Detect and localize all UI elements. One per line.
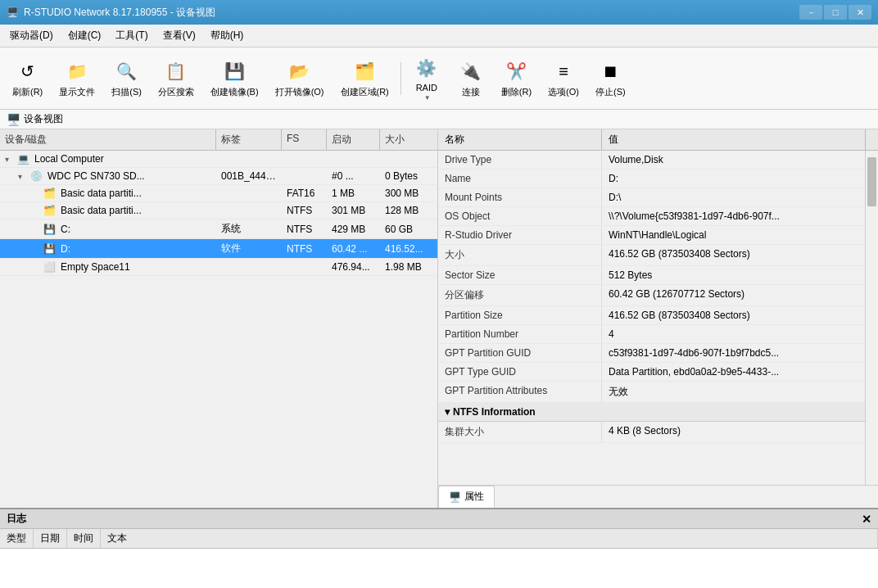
maximize-button[interactable]: □ xyxy=(824,5,847,20)
th-start: 启动 xyxy=(327,129,380,150)
section-expand-icon[interactable]: ▾ xyxy=(445,406,450,418)
log-area: 日志 ✕ 类型日期时间文本 xyxy=(0,508,878,588)
prop-row: Partition Size416.52 GB (873503408 Secto… xyxy=(438,306,865,325)
toolbar-btn-delete[interactable]: ✂️删除(R) xyxy=(494,54,539,102)
toolbar: ↺刷新(R)📁显示文件🔍扫描(S)📋分区搜索💾创建镜像(B)📂打开镜像(O)🗂️… xyxy=(0,47,878,110)
create-region-label: 创建区域(R) xyxy=(341,86,389,98)
tree-row-drive-d[interactable]: 💾D:软件NTFS60.42 ...416.52... xyxy=(0,239,437,259)
prop-value: Data Partition, ebd0a0a2-b9e5-4433-... xyxy=(602,363,865,381)
toolbar-btn-refresh[interactable]: ↺刷新(R) xyxy=(5,54,50,102)
toolbar-btn-create-image[interactable]: 💾创建镜像(B) xyxy=(203,54,266,102)
show-files-label: 显示文件 xyxy=(59,86,95,98)
cell-fs-part2: NTFS xyxy=(282,202,327,219)
cell-size-drive-d: 416.52... xyxy=(380,241,437,257)
tab-properties[interactable]: 🖥️ 属性 xyxy=(438,486,495,508)
props-header: 名称 值 xyxy=(438,129,878,151)
cell-size-empty-space: 1.98 MB xyxy=(380,259,437,275)
open-image-label: 打开镜像(O) xyxy=(275,86,324,98)
device-name-local-computer: Local Computer xyxy=(34,153,104,165)
cell-fs-local-computer xyxy=(282,156,327,161)
prop-name: 分区偏移 xyxy=(438,285,602,305)
create-image-icon: 💾 xyxy=(221,58,247,84)
prop-value: D:\ xyxy=(602,188,865,206)
minimize-button[interactable]: － xyxy=(799,5,822,20)
expand-icon-local-computer[interactable]: ▾ xyxy=(5,155,15,164)
toolbar-btn-options[interactable]: ≡选项(O) xyxy=(541,54,586,102)
refresh-icon: ↺ xyxy=(15,58,41,84)
toolbar-btn-partition-search[interactable]: 📋分区搜索 xyxy=(151,54,201,102)
cell-device-empty-space: ⬜Empty Space11 xyxy=(0,259,216,275)
toolbar-btn-scan[interactable]: 🔍扫描(S) xyxy=(104,54,149,102)
tree-row-local-computer[interactable]: ▾💻Local Computer xyxy=(0,151,437,168)
tree-row-empty-space[interactable]: ⬜Empty Space11476.94...1.98 MB xyxy=(0,259,437,276)
device-name-drive-d: D: xyxy=(61,243,70,255)
prop-row: 大小416.52 GB (873503408 Sectors) xyxy=(438,245,865,266)
prop-name: 大小 xyxy=(438,245,602,265)
app-icon: 🖥️ xyxy=(7,7,19,18)
prop-value: 无效 xyxy=(602,382,865,402)
toolbar-separator xyxy=(401,62,401,95)
prop-row: 分区偏移60.42 GB (126707712 Sectors) xyxy=(438,285,865,306)
expand-icon-wdc-sn730[interactable]: ▾ xyxy=(18,172,28,181)
prop-name: GPT Partition Attributes xyxy=(438,382,602,402)
cell-fs-wdc-sn730 xyxy=(282,174,327,179)
tree-row-part1[interactable]: 🗂️Basic data partiti...FAT161 MB300 MB xyxy=(0,185,437,202)
tree-row-wdc-sn730[interactable]: ▾💿WDC PC SN730 SD...001B_444A...#0 ...0 … xyxy=(0,168,437,185)
cell-fs-drive-d: NTFS xyxy=(282,241,327,257)
cell-start-drive-c: 429 MB xyxy=(327,221,380,237)
toolbar-btn-stop[interactable]: ⏹停止(S) xyxy=(588,54,633,102)
tab-icon: 🖥️ xyxy=(449,491,461,503)
stop-label: 停止(S) xyxy=(595,86,626,98)
prop-name: Drive Type xyxy=(438,151,602,169)
prop-row: Partition Number4 xyxy=(438,325,865,344)
menu-item-创建C[interactable]: 创建(C) xyxy=(61,26,108,45)
scan-label: 扫描(S) xyxy=(111,86,142,98)
cell-label-wdc-sn730: 001B_444A... xyxy=(216,168,282,184)
toolbar-btn-show-files[interactable]: 📁显示文件 xyxy=(52,54,102,102)
title-bar-left: 🖥️ R-STUDIO Network 8.17.180955 - 设备视图 xyxy=(7,6,215,20)
tab-bar: 🖥️ 属性 xyxy=(438,485,878,508)
cell-size-drive-c: 60 GB xyxy=(380,221,437,237)
device-tree-header: 设备/磁盘 标签 FS 启动 大小 xyxy=(0,129,437,151)
menu-item-工具T[interactable]: 工具(T) xyxy=(109,26,154,45)
toolbar-btn-connect[interactable]: 🔌连接 xyxy=(450,54,492,102)
title-bar: 🖥️ R-STUDIO Network 8.17.180955 - 设备视图 －… xyxy=(0,0,878,25)
prop-row: R-Studio DriverWinNT\Handle\Logical xyxy=(438,226,865,245)
th-size: 大小 xyxy=(380,129,437,150)
cell-label-local-computer xyxy=(216,156,282,161)
cell-label-drive-c: 系统 xyxy=(216,219,282,238)
connect-icon: 🔌 xyxy=(458,58,484,84)
cell-device-drive-c: 💾C: xyxy=(0,221,216,237)
partition-search-label: 分区搜索 xyxy=(158,86,194,98)
toolbar-btn-create-region[interactable]: 🗂️创建区域(R) xyxy=(333,54,396,102)
log-col-文本: 文本 xyxy=(101,529,878,548)
prop-row: Drive TypeVolume,Disk xyxy=(438,151,865,170)
prop-section-NTFS Information: ▾NTFS Information xyxy=(438,403,865,422)
prop-name: 集群大小 xyxy=(438,422,602,442)
props-th-value: 值 xyxy=(602,129,865,150)
device-icon-wdc-sn730: 💿 xyxy=(30,170,43,182)
prop-name: GPT Type GUID xyxy=(438,363,602,381)
scroll-track[interactable] xyxy=(865,151,878,485)
log-columns: 类型日期时间文本 xyxy=(0,529,878,549)
device-icon-local-computer: 💻 xyxy=(17,153,29,165)
toolbar-btn-raid[interactable]: ⚙️RAID▼ xyxy=(405,51,448,106)
cell-start-part2: 301 MB xyxy=(327,202,380,219)
menu-item-查看V[interactable]: 查看(V) xyxy=(156,26,202,45)
prop-row: 集群大小4 KB (8 Sectors) xyxy=(438,422,865,443)
menu-bar: 驱动器(D)创建(C)工具(T)查看(V)帮助(H) xyxy=(0,25,878,47)
prop-value: 4 KB (8 Sectors) xyxy=(602,422,865,442)
log-close-icon[interactable]: ✕ xyxy=(862,513,871,526)
cell-start-drive-d: 60.42 ... xyxy=(327,241,380,257)
menu-item-帮助H[interactable]: 帮助(H) xyxy=(204,26,251,45)
toolbar-btn-open-image[interactable]: 📂打开镜像(O) xyxy=(268,54,332,102)
tree-row-drive-c[interactable]: 💾C:系统NTFS429 MB60 GB xyxy=(0,219,437,239)
tree-row-part2[interactable]: 🗂️Basic data partiti...NTFS301 MB128 MB xyxy=(0,202,437,219)
prop-value: D: xyxy=(602,170,865,188)
menu-item-驱动器D[interactable]: 驱动器(D) xyxy=(3,26,60,45)
breadcrumb-label: 设备视图 xyxy=(24,112,63,126)
device-tree: ▾💻Local Computer▾💿WDC PC SN730 SD...001B… xyxy=(0,151,437,508)
raid-dropdown-arrow[interactable]: ▼ xyxy=(424,94,431,102)
scroll-thumb[interactable] xyxy=(867,157,876,206)
close-button[interactable]: ✕ xyxy=(849,5,871,20)
